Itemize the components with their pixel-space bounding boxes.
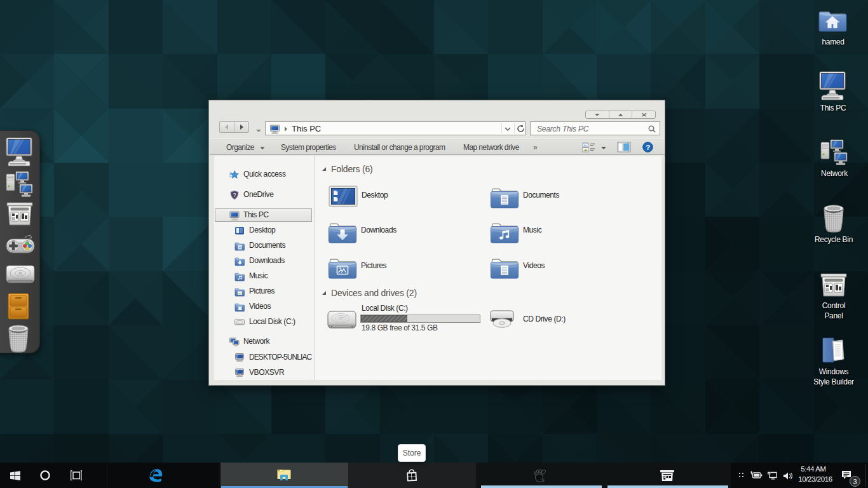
- svg-text:?: ?: [233, 191, 236, 198]
- svg-text:?: ?: [646, 144, 650, 151]
